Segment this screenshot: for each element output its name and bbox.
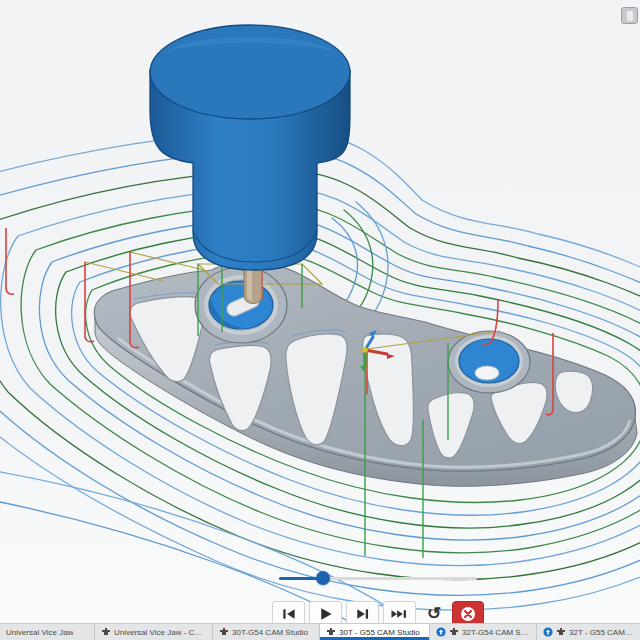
pocket-right-hole [475,366,499,380]
tab-label: Universal Vice Jaw - CA... [114,628,206,637]
cam-document-icon [556,627,566,637]
document-tab-bar: Universal Vice Jaw Universal Vice Jaw - … [0,623,640,640]
tab-label: 32T - G55 CAM Studio [569,628,634,637]
tab-label: 32T-G54 CAM Studio [462,628,530,637]
simulation-timeline-slider[interactable] [279,571,477,585]
tab-universal-vice-jaw-ca[interactable]: Universal Vice Jaw - CA... [95,624,213,640]
slider-thumb[interactable] [316,571,330,585]
tab-label: Universal Vice Jaw [6,628,73,637]
pocket-right[interactable] [448,331,530,393]
cam-document-icon [219,627,229,637]
cam-document-icon [101,627,111,637]
cam-document-icon [326,627,336,637]
panel-toggle-icon[interactable] [621,7,638,24]
cam-simulation-window: ↺ Universal Vice Jaw Universal Vice Jaw … [0,0,640,640]
update-available-icon [543,627,553,637]
3d-viewport[interactable] [0,0,640,640]
tab-32t-g54-cam-studio[interactable]: 32T-G54 CAM Studio [430,624,537,640]
tab-30t-g55-cam-studio[interactable]: 30T - G55 CAM Studio [320,624,430,640]
tab-label: 30T-G54 CAM Studio [232,628,308,637]
pocket-left[interactable] [195,267,287,343]
tab-universal-vice-jaw[interactable]: Universal Vice Jaw [0,624,95,640]
tab-30t-g54-cam-studio[interactable]: 30T-G54 CAM Studio [213,624,320,640]
cutting-tool[interactable] [150,25,350,304]
update-available-icon [436,627,446,637]
cam-document-icon [449,627,459,637]
stop-icon [459,605,477,623]
tab-label: 30T - G55 CAM Studio [339,628,420,637]
restart-icon: ↺ [427,603,441,624]
tab-32t-g55-cam-studio[interactable]: 32T - G55 CAM Studio [537,624,640,640]
